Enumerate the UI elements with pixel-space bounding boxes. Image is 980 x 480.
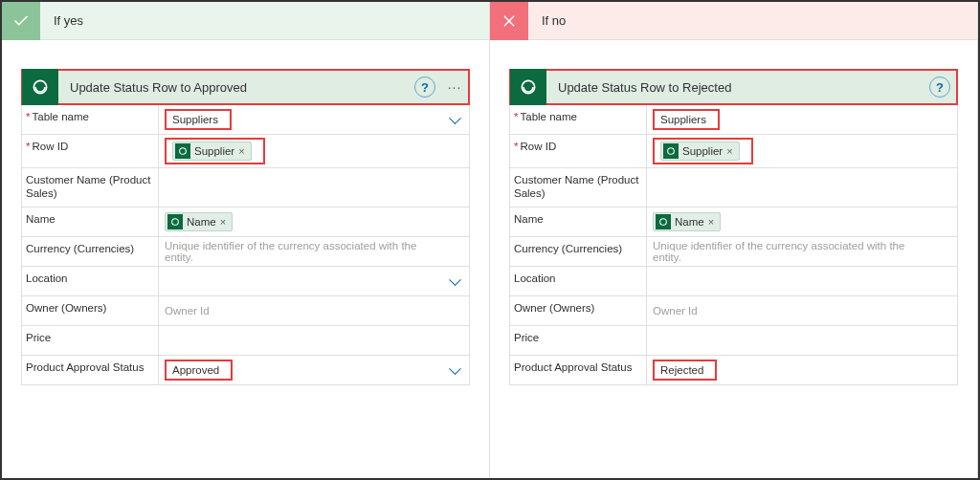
input-owner[interactable]: Owner Id	[646, 296, 957, 325]
token-name[interactable]: Name ×	[165, 212, 233, 231]
svg-point-1	[180, 148, 187, 155]
row-table-name: *Table name Suppliers	[510, 105, 957, 135]
action-title: Update Status Row to Approved	[70, 80, 414, 95]
token-remove-icon[interactable]: ×	[708, 216, 714, 228]
branch-title: If yes	[54, 13, 83, 28]
label-location: Location	[514, 273, 555, 286]
row-name: Name Name ×	[22, 207, 469, 237]
svg-point-4	[668, 148, 675, 155]
token-supplier[interactable]: Supplier ×	[660, 142, 740, 161]
row-owner: Owner (Owners) Owner Id	[510, 296, 957, 326]
help-icon[interactable]: ?	[929, 76, 950, 98]
row-name: Name Name ×	[510, 207, 957, 237]
branch-title: If no	[542, 13, 566, 28]
input-customer-name[interactable]	[646, 168, 957, 207]
input-status[interactable]: Approved	[158, 356, 469, 384]
dataverse-icon	[22, 69, 58, 105]
label-currency: Currency (Currencies)	[26, 243, 134, 256]
row-currency: Currency (Currencies) Unique identifier …	[510, 237, 957, 267]
branch-header-yes[interactable]: If yes	[2, 2, 489, 40]
close-icon	[490, 2, 528, 40]
label-currency: Currency (Currencies)	[514, 243, 622, 256]
action-card-approved: Update Status Row to Approved ? ··· *Tab…	[21, 69, 470, 385]
label-name: Name	[514, 213, 544, 227]
row-customer-name: Customer Name (Product Sales)	[510, 168, 957, 207]
input-row-id[interactable]: Supplier ×	[646, 135, 957, 167]
action-header[interactable]: Update Status Row to Rejected ?	[509, 69, 958, 105]
label-owner: Owner (Owners)	[514, 302, 594, 316]
input-customer-name[interactable]	[158, 168, 469, 207]
row-location: Location	[22, 267, 469, 296]
token-remove-icon[interactable]: ×	[220, 216, 226, 228]
row-status: Product Approval Status Approved	[22, 356, 469, 385]
dataverse-icon	[656, 214, 671, 229]
label-price: Price	[514, 332, 539, 345]
dataverse-icon	[175, 143, 190, 159]
token-remove-icon[interactable]: ×	[238, 145, 244, 157]
label-row-id: Row ID	[520, 141, 556, 154]
more-icon[interactable]: ···	[441, 79, 468, 95]
dataverse-icon	[663, 143, 679, 159]
help-icon[interactable]: ?	[414, 76, 435, 98]
row-customer-name: Customer Name (Product Sales)	[22, 168, 469, 207]
label-table-name: Table name	[32, 111, 88, 124]
check-icon	[2, 2, 40, 40]
row-status: Product Approval Status Rejected	[510, 356, 957, 385]
row-owner: Owner (Owners) Owner Id	[22, 296, 469, 326]
token-name[interactable]: Name ×	[653, 212, 721, 231]
label-owner: Owner (Owners)	[26, 302, 106, 316]
label-status: Product Approval Status	[514, 361, 632, 375]
input-currency[interactable]: Unique identifier of the currency associ…	[158, 237, 469, 266]
dataverse-icon	[167, 214, 183, 229]
input-name[interactable]: Name ×	[646, 207, 957, 236]
dataverse-icon	[510, 69, 546, 105]
label-status: Product Approval Status	[26, 361, 144, 375]
branch-if-yes: If yes Update Status Row to Approved ? ·…	[2, 2, 490, 478]
input-status[interactable]: Rejected	[646, 356, 957, 384]
input-owner[interactable]: Owner Id	[158, 296, 469, 325]
input-price[interactable]	[646, 326, 957, 355]
row-price: Price	[22, 326, 469, 356]
action-header[interactable]: Update Status Row to Approved ? ···	[21, 69, 470, 105]
label-location: Location	[26, 273, 67, 286]
branch-if-no: If no Update Status Row to Rejected ? *T…	[490, 2, 978, 478]
input-location[interactable]	[158, 267, 469, 295]
label-price: Price	[26, 332, 51, 345]
label-customer-name: Customer Name (Product Sales)	[514, 174, 640, 201]
token-remove-icon[interactable]: ×	[726, 145, 732, 157]
input-table-name[interactable]: Suppliers	[158, 105, 469, 134]
row-location: Location	[510, 267, 957, 296]
action-title: Update Status Row to Rejected	[558, 80, 929, 95]
token-supplier[interactable]: Supplier ×	[172, 142, 252, 161]
label-row-id: Row ID	[32, 141, 68, 154]
svg-point-5	[660, 218, 667, 225]
input-table-name[interactable]: Suppliers	[646, 105, 957, 134]
row-currency: Currency (Currencies) Unique identifier …	[22, 237, 469, 267]
row-row-id: *Row ID Supplier ×	[22, 135, 469, 168]
label-name: Name	[26, 213, 56, 227]
label-table-name: Table name	[520, 111, 576, 124]
branch-header-no[interactable]: If no	[490, 2, 977, 40]
row-price: Price	[510, 326, 957, 356]
action-form: *Table name Suppliers *Row ID	[21, 105, 470, 385]
row-table-name: *Table name Suppliers	[22, 105, 469, 135]
input-location[interactable]	[646, 267, 957, 295]
input-row-id[interactable]: Supplier ×	[158, 135, 469, 167]
action-card-rejected: Update Status Row to Rejected ? *Table n…	[509, 69, 958, 385]
svg-point-2	[172, 218, 179, 225]
action-form: *Table name Suppliers *Row ID	[509, 105, 958, 385]
row-row-id: *Row ID Supplier ×	[510, 135, 957, 168]
input-price[interactable]	[158, 326, 469, 355]
input-currency[interactable]: Unique identifier of the currency associ…	[646, 237, 957, 266]
label-customer-name: Customer Name (Product Sales)	[26, 174, 152, 201]
input-name[interactable]: Name ×	[158, 207, 469, 236]
